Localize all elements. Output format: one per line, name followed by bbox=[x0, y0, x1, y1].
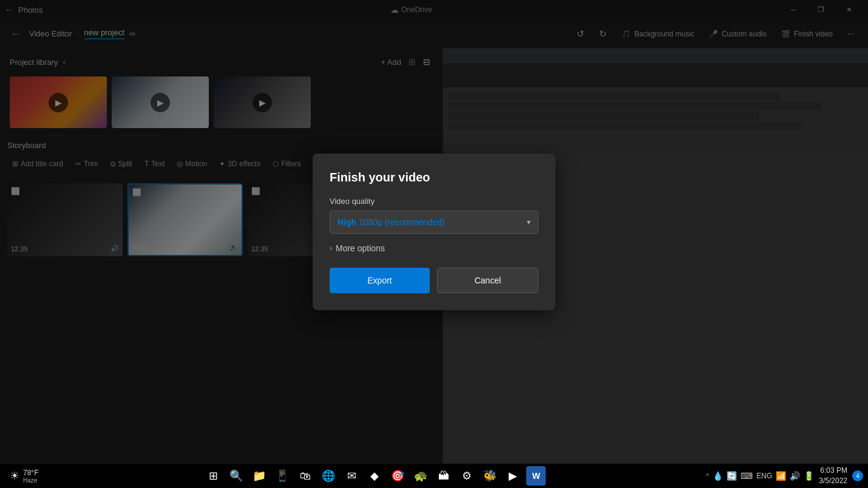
finish-video-modal: Finish your video Video quality High 108… bbox=[313, 154, 555, 310]
app-icon-3[interactable]: 🐝 bbox=[480, 466, 500, 486]
maps-button[interactable]: 🏔 bbox=[434, 466, 453, 486]
language-indicator[interactable]: ENG bbox=[756, 472, 772, 480]
settings-button[interactable]: ⚙ bbox=[457, 466, 476, 486]
start-button[interactable]: ⊞ bbox=[203, 466, 223, 486]
quality-value: High 1080p (recommended) bbox=[337, 217, 445, 227]
export-button[interactable]: Export bbox=[330, 268, 430, 293]
tray-icon-3[interactable]: ⌨ bbox=[741, 471, 753, 481]
system-clock[interactable]: 6:03 PM 3/5/2022 bbox=[819, 466, 847, 486]
taskbar: ☀ 78°F Haze ⊞ 🔍 📁 📱 🛍 🌐 ✉ ◆ 🎯 🐢 🏔 ⚙ 🐝 ▶ … bbox=[0, 464, 868, 488]
modal-overlay: Finish your video Video quality High 108… bbox=[0, 0, 868, 464]
file-explorer-button[interactable]: 📁 bbox=[249, 466, 269, 486]
tray-icon-1[interactable]: 💧 bbox=[713, 471, 723, 481]
phone-link-button[interactable]: 📱 bbox=[273, 466, 292, 486]
mail-button[interactable]: ✉ bbox=[342, 466, 361, 486]
modal-title: Finish your video bbox=[330, 171, 538, 185]
store-button[interactable]: 🛍 bbox=[296, 466, 315, 486]
edge-button[interactable]: 🌐 bbox=[319, 466, 338, 486]
more-options-toggle[interactable]: › More options bbox=[330, 243, 538, 253]
video-quality-select[interactable]: High 1080p (recommended) ▾ bbox=[330, 211, 538, 234]
taskbar-right: ^ 💧 🔄 ⌨ ENG 📶 🔊 🔋 6:03 PM 3/5/2022 4 bbox=[706, 466, 863, 486]
quality-chevron-icon: ▾ bbox=[527, 218, 531, 226]
media-player-button[interactable]: ▶ bbox=[503, 466, 523, 486]
notification-badge[interactable]: 4 bbox=[852, 470, 863, 481]
system-tray: ^ 💧 🔄 ⌨ ENG 📶 🔊 🔋 bbox=[706, 471, 814, 481]
taskbar-app-icons: ⊞ 🔍 📁 📱 🛍 🌐 ✉ ◆ 🎯 🐢 🏔 ⚙ 🐝 ▶ W bbox=[203, 466, 546, 486]
taskbar-left: ☀ 78°F Haze bbox=[5, 469, 43, 484]
app-icon-1[interactable]: 🎯 bbox=[388, 466, 407, 486]
tray-icon-2[interactable]: 🔄 bbox=[727, 471, 737, 481]
modal-buttons: Export Cancel bbox=[330, 268, 538, 293]
wifi-icon[interactable]: 📶 bbox=[776, 471, 786, 481]
volume-icon[interactable]: 🔊 bbox=[790, 471, 800, 481]
app-icon-2[interactable]: 🐢 bbox=[411, 466, 430, 486]
search-button[interactable]: 🔍 bbox=[226, 466, 246, 486]
battery-icon[interactable]: 🔋 bbox=[804, 471, 814, 481]
weather-info: 78°F Haze bbox=[23, 469, 38, 484]
quality-label: Video quality bbox=[330, 197, 538, 206]
weather-widget[interactable]: ☀ 78°F Haze bbox=[5, 469, 43, 484]
expand-tray-button[interactable]: ^ bbox=[706, 472, 709, 480]
cancel-button[interactable]: Cancel bbox=[437, 268, 538, 293]
dropbox-button[interactable]: ◆ bbox=[365, 466, 384, 486]
more-options-chevron-icon: › bbox=[330, 244, 332, 252]
word-button[interactable]: W bbox=[526, 466, 546, 486]
weather-icon: ☀ bbox=[10, 469, 19, 483]
